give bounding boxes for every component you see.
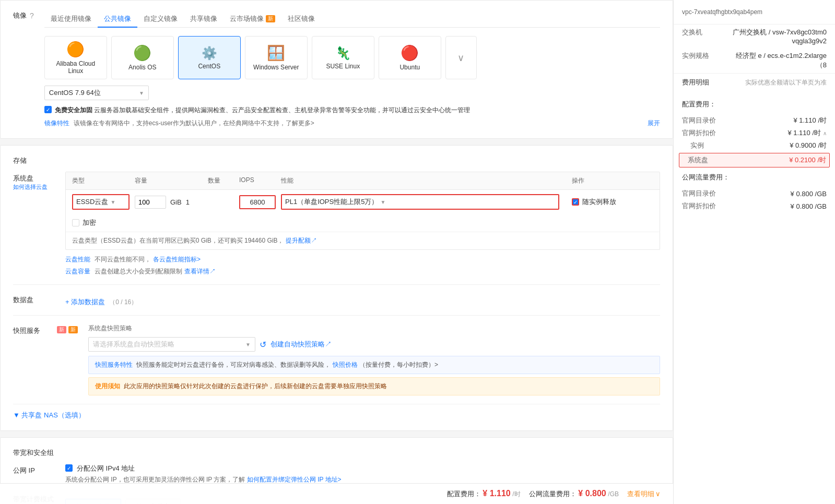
disk-capacity-input[interactable] [135, 196, 166, 209]
bottom-bar: 配置费用： ¥ 1.110 /时 公网流量费用： ¥ 0.800 /GB 查看明… [0, 483, 673, 504]
image-help-icon[interactable]: ? [30, 11, 34, 20]
os-windows[interactable]: 🪟 Windows Server [245, 36, 308, 79]
public-list-row: 官网目录价 ¥ 0.800 /GB [682, 187, 827, 200]
bottom-config-cost: 配置费用： ¥ 1.110 /时 [447, 489, 521, 499]
system-disk-table: 类型 容量 数量 IOPS 性能 操作 ESSD云盘 ▼ [65, 172, 660, 250]
tab-shared[interactable]: 共享镜像 [184, 11, 224, 28]
disk-help-link[interactable]: 如何选择云盘 [13, 183, 55, 191]
cost-desc-note: 实际优惠全额请以下单页为准 [745, 78, 827, 87]
tab-public[interactable]: 公共镜像 [98, 11, 137, 28]
encrypt-row: 加密 [66, 214, 660, 232]
encrypt-checkbox[interactable] [72, 219, 79, 226]
snapshot-label: 快照服务 [13, 324, 55, 335]
snapshot-warning: 使用须知 此次应用的快照策略仅针对此次创建的云盘进行保护，后续新创建的云盘需要单… [88, 377, 660, 395]
release-checkbox[interactable]: ✓ [572, 198, 579, 206]
vpc-value: vpc-7xveatqfhgbtx9qab4pem [682, 6, 827, 18]
disk-iops: 6800 [239, 195, 276, 209]
disk-perf-note: 云盘性能 不同云盘性能不同， 各云盘性能指标> [65, 255, 660, 264]
os-centos[interactable]: ⚙️ CentOS [178, 36, 241, 79]
os-anolis[interactable]: 🟢 Anolis OS [111, 36, 174, 79]
tab-custom[interactable]: 自定义镜像 [137, 11, 184, 28]
vol-link[interactable]: 查看详情↗ [184, 267, 216, 276]
snapshot-feature: 快照服务特性 快照服务能定时对云盘进行备份，可应对病毒感染、数据误删等风险， 快… [88, 356, 660, 374]
right-panel: vpc-7xveatqfhgbtx9qab4pem 交换机 广州交换机 / vs… [673, 0, 835, 504]
snapshot-select[interactable]: 请选择系统盘自动快照策略 ▼ [88, 337, 255, 352]
security-label: 免费安全加固 云服务器加载基础安全组件，提供网站漏洞检查、云产品安全配置检查、主… [55, 105, 470, 115]
bottom-public-cost: 公网流量费用： ¥ 0.800 /GB [529, 489, 619, 499]
snapshot-row: 请选择系统盘自动快照策略 ▼ ↺ 创建自动快照策略↗ [88, 337, 660, 352]
disk-quota-link[interactable]: 提升配额↗ [286, 237, 317, 244]
disk-perf-select[interactable]: PL1（单盘IOPS性能上限5万） ▼ [281, 194, 559, 210]
bandwidth-section-label: 带宽和安全组 [13, 448, 660, 458]
data-disk-label: 数据盘 [13, 293, 55, 305]
public-ip-section: 公网 IP ✓ 分配公网 IPv4 地址 系统会分配公网 IP，也可采用更加灵活… [13, 464, 660, 484]
disk-vol-note: 云盘容量 云盘创建总大小会受到配额限制 查看详情↗ [65, 267, 660, 276]
create-snapshot-link[interactable]: 创建自动快照策略↗ [271, 340, 332, 349]
snapshot-price-link[interactable]: 快照价格 [333, 361, 358, 368]
os-alibaba[interactable]: 🟠 Alibaba CloudLinux [44, 36, 107, 79]
disk-type-select[interactable]: ESSD云盘 ▼ [72, 194, 130, 210]
nas-toggle[interactable]: ▼ 共享盘 NAS（选填） [13, 411, 660, 420]
view-detail-button[interactable]: 查看明细 ∨ [627, 489, 661, 499]
tab-market[interactable]: 云市场镜像 新 [224, 11, 281, 28]
os-grid: 🟠 Alibaba CloudLinux 🟢 Anolis OS ⚙️ Cent… [44, 36, 660, 79]
system-disk-label: 系统盘 [13, 172, 55, 183]
refresh-icon[interactable]: ↺ [260, 340, 266, 350]
switch-row: 交换机 广州交换机 / vsw-7xv8gc03tm0vqgla3g9v2 [674, 25, 835, 48]
eip-link[interactable]: 如何配置并绑定弹性公网 IP 地址> [247, 476, 342, 483]
image-section-label: 镜像 ? [13, 11, 34, 20]
os-suse[interactable]: 🦎 SUSE Linux [312, 36, 374, 79]
disk-table-header: 类型 容量 数量 IOPS 性能 操作 [66, 172, 660, 190]
mirror-note: 镜像特性 该镜像在专有网络中，支持ecs-user作为默认认用户，在经典网络中不… [44, 119, 314, 128]
tab-recent[interactable]: 最近使用镜像 [44, 11, 98, 28]
os-more[interactable]: ∨ [445, 36, 477, 79]
disk-cost-row: 系统盘 ¥ 0.2100 /时 [679, 153, 830, 167]
tab-community[interactable]: 社区镜像 [281, 11, 321, 28]
storage-section-label: 存储 [13, 156, 660, 165]
expand-button[interactable]: 展开 [648, 119, 660, 128]
version-select[interactable]: CentOS 7.9 64位 ▼ [44, 86, 149, 100]
list-price-row: 官网目录价 ¥ 1.110 /时 [682, 114, 827, 127]
cost-desc-label: 费用明细 [682, 78, 709, 87]
image-tab-bar: 最近使用镜像 公共镜像 自定义镜像 共享镜像 云市场镜像 新 社区镜像 [44, 11, 660, 28]
os-ubuntu[interactable]: 🔴 Ubuntu [379, 36, 441, 79]
spec-row: 实例规格 经济型 e / ecs.e-c1m2.2xlarge（8 [674, 48, 835, 73]
add-disk-button[interactable]: + 添加数据盘 [65, 297, 105, 307]
security-checkbox[interactable]: ✓ [44, 106, 52, 113]
public-discount-row: 官网折扣价 ¥ 0.800 /GB [682, 200, 827, 212]
disk-info-row: 云盘类型（ESSD云盘）在当前可用区已购买0 GiB，还可购买 194460 G… [66, 232, 660, 249]
public-ip-checkbox[interactable]: ✓ [65, 464, 73, 472]
config-cost-section: 配置费用： 官网目录价 ¥ 1.110 /时 官网折扣价 ¥ 1.110 /时 … [674, 91, 835, 217]
perf-link[interactable]: 各云盘性能指标> [153, 255, 201, 264]
disk-table-row: ESSD云盘 ▼ GiB 1 6800 [66, 190, 660, 214]
data-disk-row: + 添加数据盘 （0 / 16） [65, 293, 137, 307]
instance-cost-row: 实例 ¥ 0.9000 /时 [682, 139, 827, 152]
discount-price-row: 官网折扣价 ¥ 1.110 /时 ∧ [682, 127, 827, 139]
